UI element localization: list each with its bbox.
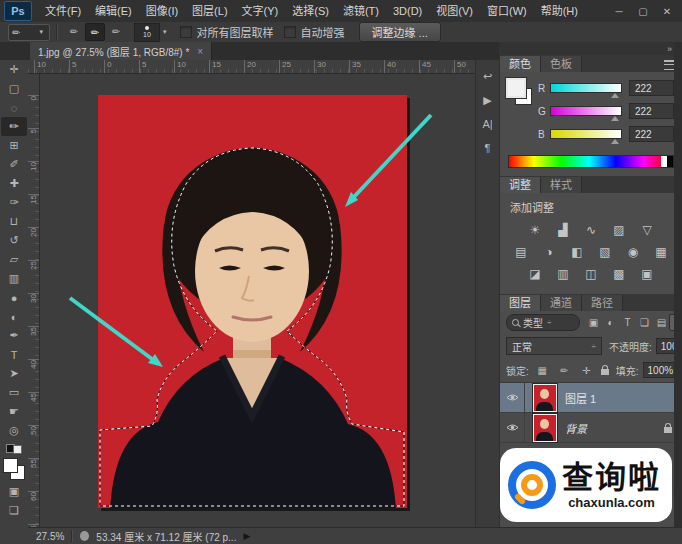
move-tool[interactable]: ✛ [1, 60, 27, 79]
channel-slider[interactable] [550, 106, 622, 116]
horizontal-ruler[interactable]: 105051015202530354045505560 [28, 60, 475, 74]
lock-transparency-icon[interactable]: ▦ [535, 363, 550, 378]
type-tool[interactable]: T [1, 345, 27, 364]
rectangle-tool[interactable]: ▭ [1, 383, 27, 402]
panel-tab[interactable]: 调整 [500, 177, 541, 193]
tool-preset-picker[interactable]: ✏ ▾ [8, 24, 50, 41]
photo-filter-icon[interactable]: ▧ [596, 244, 615, 259]
zoom-level-field[interactable]: 27.5% [36, 531, 64, 542]
exposure-icon[interactable]: ▨ [610, 222, 629, 237]
curves-icon[interactable]: ∿ [582, 222, 601, 237]
menu-item[interactable]: 3D(D) [386, 0, 429, 22]
posterize-icon[interactable]: ▥ [554, 266, 573, 281]
filter-type-layers-icon[interactable]: T [620, 315, 635, 330]
lock-all-icon[interactable] [601, 369, 609, 375]
actions-panel-icon[interactable]: ▶ [478, 90, 498, 110]
visibility-eye-icon[interactable] [500, 413, 525, 442]
channel-slider[interactable] [550, 83, 622, 93]
default-colors-icon[interactable] [6, 444, 22, 454]
menu-item[interactable]: 帮助(H) [534, 0, 585, 22]
color-lookup-icon[interactable]: ▦ [652, 244, 671, 259]
pen-tool[interactable]: ✒ [1, 326, 27, 345]
dodge-tool[interactable]: ◐ [1, 307, 27, 326]
quick-selection-tool[interactable]: ✏ [1, 117, 27, 136]
panel-tab[interactable]: 图层 [500, 295, 541, 311]
menu-item[interactable]: 文字(Y) [235, 0, 286, 22]
filter-smart-objects-icon[interactable]: ▤ [654, 315, 669, 330]
filter-shape-layers-icon[interactable]: ❏ [637, 315, 652, 330]
close-tab-icon[interactable]: × [197, 46, 203, 57]
lasso-tool[interactable]: ◌ [1, 98, 27, 117]
vibrance-icon[interactable]: ▽ [638, 222, 657, 237]
menu-item[interactable]: 选择(S) [285, 0, 336, 22]
channel-mixer-icon[interactable]: ◉ [624, 244, 643, 259]
menu-item[interactable]: 滤镜(T) [336, 0, 386, 22]
gradient-map-icon[interactable]: ▩ [610, 266, 629, 281]
filter-pixel-layers-icon[interactable]: ▣ [586, 315, 601, 330]
color-balance-icon[interactable]: ◑ [540, 244, 559, 259]
hue-saturation-icon[interactable]: ▤ [512, 244, 531, 259]
menu-item[interactable]: 文件(F) [38, 0, 88, 22]
blend-mode-select[interactable]: 正常 ÷ [506, 337, 602, 355]
color-spectrum-bar[interactable] [508, 155, 674, 168]
levels-icon[interactable]: ▟ [554, 222, 573, 237]
blur-tool[interactable]: ● [1, 288, 27, 307]
foreground-background-swatches[interactable] [3, 458, 25, 480]
path-selection-tool[interactable]: ➤ [1, 364, 27, 383]
gradient-tool[interactable]: ▥ [1, 269, 27, 288]
threshold-icon[interactable]: ◫ [582, 266, 601, 281]
add-to-selection-brush-icon[interactable]: ✏ [85, 23, 105, 41]
layer-row[interactable]: 背景 [500, 413, 682, 443]
menu-item[interactable]: 视图(V) [429, 0, 480, 22]
clone-stamp-tool[interactable]: ⊔ [1, 212, 27, 231]
panel-tab[interactable]: 样式 [541, 177, 582, 193]
visibility-eye-icon[interactable] [500, 383, 525, 412]
document-tab[interactable]: 1.jpg @ 27.5% (图层 1, RGB/8#) * × [30, 42, 212, 60]
invert-icon[interactable]: ◪ [526, 266, 545, 281]
channel-value-field[interactable]: 222 [629, 103, 674, 119]
layer-thumbnail[interactable] [533, 384, 557, 412]
new-selection-brush-icon[interactable]: ✏ [65, 23, 83, 39]
vertical-ruler[interactable]: 05101520253035404550556065 [28, 74, 40, 527]
screen-mode-button[interactable]: ❏ [1, 501, 27, 520]
brush-size-picker[interactable]: 10 [134, 23, 160, 42]
channel-value-field[interactable]: 222 [629, 80, 674, 96]
status-expand-icon[interactable]: ▶ [243, 531, 250, 541]
lock-position-icon[interactable]: ✛ [579, 363, 594, 378]
close-button[interactable]: ✕ [660, 6, 674, 17]
chevron-down-icon[interactable]: ▾ [160, 28, 170, 36]
character-panel-icon[interactable]: A| [478, 114, 498, 134]
menu-item[interactable]: 图层(L) [185, 0, 234, 22]
selective-color-icon[interactable]: ▣ [638, 266, 657, 281]
black-white-icon[interactable]: ◧ [568, 244, 587, 259]
eyedropper-tool[interactable]: ✐ [1, 155, 27, 174]
minimize-button[interactable]: ─ [612, 6, 626, 17]
history-brush-tool[interactable]: ↺ [1, 231, 27, 250]
maximize-button[interactable]: ▢ [636, 6, 650, 17]
layer-row[interactable]: 图层 1 [500, 383, 682, 413]
channel-value-field[interactable]: 222 [629, 126, 674, 142]
hand-tool[interactable]: ☛ [1, 402, 27, 421]
canvas-area[interactable] [40, 74, 475, 527]
layer-thumbnail[interactable] [533, 414, 557, 442]
panel-tab[interactable]: 色板 [541, 56, 582, 72]
lock-pixels-icon[interactable]: ✏ [557, 363, 572, 378]
channel-slider[interactable] [550, 129, 622, 139]
brush-tool[interactable]: ✑ [1, 193, 27, 212]
menu-item[interactable]: 窗口(W) [480, 0, 534, 22]
history-panel-icon[interactable]: ↩ [478, 66, 498, 86]
zoom-tool[interactable]: ◎ [1, 421, 27, 440]
panel-tab[interactable]: 通道 [541, 295, 582, 311]
refine-edge-button[interactable]: 调整边缘 ... [359, 22, 441, 42]
slider-handle-icon[interactable] [611, 89, 619, 98]
panel-tab[interactable]: 颜色 [500, 56, 541, 72]
rectangular-marquee-tool[interactable]: ▢ [1, 79, 27, 98]
foreground-background-swatches[interactable] [506, 78, 534, 108]
crop-tool[interactable]: ⊞ [1, 136, 27, 155]
eraser-tool[interactable]: ▱ [1, 250, 27, 269]
slider-handle-icon[interactable] [611, 112, 619, 121]
quick-mask-button[interactable]: ▣ [1, 482, 27, 501]
layer-filter-kind-select[interactable]: 类型 ÷ [506, 314, 580, 331]
paragraph-panel-icon[interactable]: ¶ [478, 138, 498, 158]
sample-all-layers-checkbox[interactable] [180, 26, 192, 38]
